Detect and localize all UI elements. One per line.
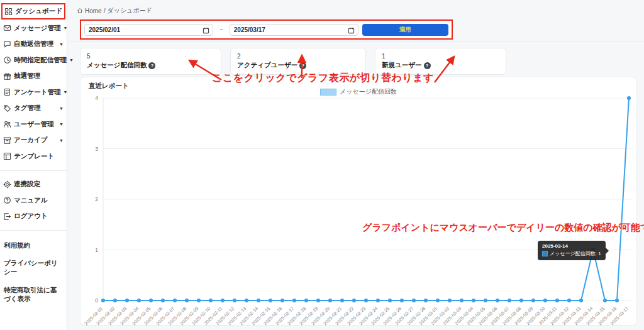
data-point[interactable] xyxy=(376,299,380,302)
start-date-input[interactable]: 2025/02/01 xyxy=(84,24,213,36)
data-point[interactable] xyxy=(388,299,392,302)
data-point[interactable] xyxy=(137,299,141,302)
clock-icon xyxy=(3,56,11,64)
data-point[interactable] xyxy=(316,299,320,302)
data-point[interactable] xyxy=(245,299,248,302)
sidebar-legal-link[interactable]: 利用規約 xyxy=(0,236,67,254)
sidebar-item-gift[interactable]: 抽選管理 xyxy=(0,69,67,85)
sidebar-legal-link[interactable]: 特定商取引法に基づく表示 xyxy=(0,281,67,307)
sidebar-item-clock[interactable]: 時間指定配信管理▼ xyxy=(0,52,67,69)
data-point[interactable] xyxy=(364,299,368,302)
app-root: ダッシュボードメッセージ管理▼自動返信管理▼時間指定配信管理▼抽選管理アンケート… xyxy=(0,0,644,330)
data-point[interactable] xyxy=(173,299,177,302)
legend-label: メッセージ配信回数 xyxy=(340,87,397,96)
help-icon xyxy=(3,196,11,204)
sidebar-item-label: ログアウト xyxy=(14,212,48,221)
x-tick-label: 2025-02-15 xyxy=(250,305,271,326)
data-point[interactable] xyxy=(603,299,607,302)
stat-value: 2 xyxy=(237,53,359,60)
data-point[interactable] xyxy=(185,299,189,302)
date-filter-highlight-box: 2025/02/01 ~ 2025/03/17 適用 xyxy=(80,19,453,40)
chart-legend[interactable]: メッセージ配信回数 xyxy=(80,87,636,96)
data-point[interactable] xyxy=(519,299,523,302)
data-point[interactable] xyxy=(448,299,452,302)
data-point[interactable] xyxy=(161,299,165,302)
data-point[interactable] xyxy=(424,299,428,302)
sidebar-item-gear[interactable]: 連携設定 xyxy=(0,177,67,193)
data-point[interactable] xyxy=(567,299,571,302)
cards-annotation-text: ここをクリックでグラフ表示が切り替わります xyxy=(212,72,434,85)
data-point[interactable] xyxy=(269,299,272,302)
data-point[interactable] xyxy=(460,299,464,302)
data-point[interactable] xyxy=(555,299,559,302)
sidebar-item-users[interactable]: ユーザー管理▼ xyxy=(0,116,67,133)
data-point[interactable] xyxy=(579,299,583,302)
data-point[interactable] xyxy=(197,299,201,302)
data-point[interactable] xyxy=(125,299,129,302)
sidebar-item-label: ユーザー管理 xyxy=(14,120,54,129)
chevron-down-icon: ▼ xyxy=(69,58,74,62)
x-tick-label: 2025-02-26 xyxy=(382,305,402,326)
stat-label: メッセージ配信回数 xyxy=(87,61,147,70)
data-point[interactable] xyxy=(472,299,475,302)
sidebar-item-logout[interactable]: ログアウト xyxy=(0,209,67,225)
sidebar-item-template[interactable]: テンプレート xyxy=(0,148,67,165)
data-point[interactable] xyxy=(101,299,105,302)
apply-button[interactable]: 適用 xyxy=(362,24,448,36)
sidebar-item-help[interactable]: マニュアル xyxy=(0,192,67,209)
info-icon: ? xyxy=(299,62,306,69)
data-point[interactable] xyxy=(543,299,547,302)
sidebar-item-archive[interactable]: アーカイブ▼ xyxy=(0,133,67,149)
sidebar-item-message[interactable]: メッセージ管理▼ xyxy=(0,20,67,36)
data-point[interactable] xyxy=(113,299,117,302)
sidebar-item-dashboard[interactable]: ダッシュボード xyxy=(1,3,65,19)
info-icon: ? xyxy=(148,62,155,69)
sidebar-settings-menu: 連携設定マニュアルログアウト xyxy=(0,177,67,225)
stat-value: 1 xyxy=(382,53,499,60)
data-point[interactable] xyxy=(352,299,356,302)
data-point[interactable] xyxy=(149,299,153,302)
sidebar-item-label: マニュアル xyxy=(14,196,48,205)
data-point[interactable] xyxy=(280,299,284,302)
x-tick-label: 2025-03-01 xyxy=(418,305,438,326)
sidebar-item-auto-reply[interactable]: 自動返信管理▼ xyxy=(0,36,67,53)
breadcrumb-home-link[interactable]: Home xyxy=(85,8,102,14)
data-point[interactable] xyxy=(340,299,344,302)
data-point[interactable] xyxy=(304,299,308,302)
x-tick-label: 2025-02-19 xyxy=(298,305,319,326)
data-point[interactable] xyxy=(436,299,440,302)
data-point[interactable] xyxy=(412,299,416,302)
sidebar-item-tag[interactable]: タグ管理▼ xyxy=(0,101,67,117)
data-point[interactable] xyxy=(484,299,487,302)
end-date-input[interactable]: 2025/03/17 xyxy=(230,24,358,36)
sidebar-legal-link[interactable]: プライバシーポリシー xyxy=(0,254,67,280)
data-point[interactable] xyxy=(221,299,225,302)
stat-card-2[interactable]: 1新規ユーザー? xyxy=(375,48,506,75)
data-point[interactable] xyxy=(233,299,236,302)
stat-label: アクティブユーザー xyxy=(237,61,297,70)
sidebar-menu: ダッシュボードメッセージ管理▼自動返信管理▼時間指定配信管理▼抽選管理アンケート… xyxy=(0,0,67,165)
data-point[interactable] xyxy=(615,299,619,302)
header-divider xyxy=(67,41,644,42)
sidebar-legal-links: 利用規約プライバシーポリシー特定商取引法に基づく表示 xyxy=(0,236,67,307)
data-point[interactable] xyxy=(292,299,296,302)
data-point[interactable] xyxy=(328,299,332,302)
x-tick-label: 2025-02-25 xyxy=(370,305,391,326)
data-point[interactable] xyxy=(627,96,631,100)
data-point[interactable] xyxy=(400,299,404,302)
legend-swatch xyxy=(320,89,336,96)
archive-icon xyxy=(3,136,11,145)
x-tick-label: 2025-02-27 xyxy=(394,305,414,326)
tooltip-caret xyxy=(606,248,609,254)
data-point[interactable] xyxy=(257,299,260,302)
users-icon xyxy=(3,120,11,128)
data-point[interactable] xyxy=(209,299,213,302)
y-tick-label: 2 xyxy=(95,196,98,202)
data-point[interactable] xyxy=(508,299,511,302)
sidebar-item-label: アーカイブ xyxy=(14,136,47,145)
sidebar-item-survey[interactable]: アンケート管理▼ xyxy=(0,84,67,101)
data-point[interactable] xyxy=(496,299,499,302)
data-point[interactable] xyxy=(531,299,535,302)
stat-card-0[interactable]: 5メッセージ配信回数? xyxy=(80,48,221,75)
stat-card-1[interactable]: 2アクティブユーザー? xyxy=(230,48,366,75)
